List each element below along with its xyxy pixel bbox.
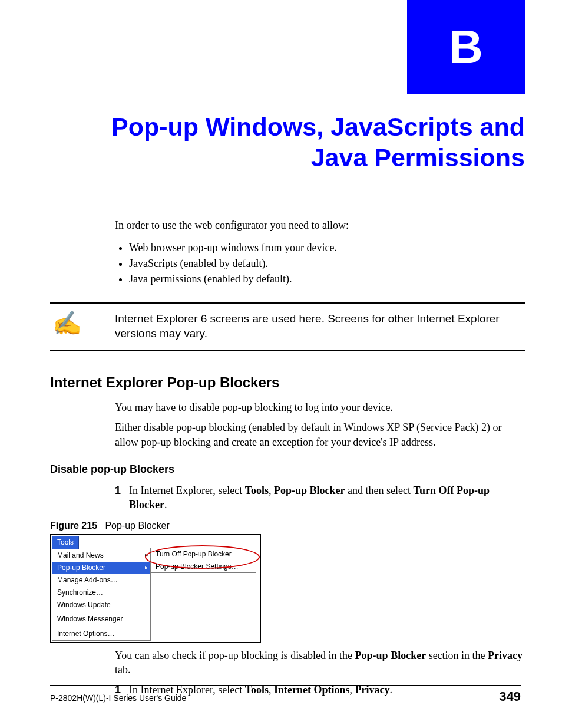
menu-item-messenger[interactable]: Windows Messenger [52,613,150,625]
submenu-arrow-icon: ▸ [145,564,148,572]
appendix-tab: B [407,0,525,94]
bold-term: Pop-up Blocker [274,485,345,496]
menu-item-label: Pop-up Blocker Settings… [156,562,239,571]
text-fragment: tab. [115,664,131,676]
text-fragment: You can also check if pop-up blocking is… [115,650,355,661]
step-text: In Internet Explorer, select Tools, Pop-… [129,483,525,512]
body-text: You may have to disable pop-up blocking … [115,400,525,414]
page-title: Pop-up Windows, JavaScripts and Java Per… [50,112,525,173]
body-text: Either disable pop-up blocking (enabled … [115,420,525,449]
figure-caption: Figure 215 Pop-up Blocker [50,519,525,532]
menu-item-mail[interactable]: Mail and News▸ [52,549,150,562]
appendix-letter: B [449,20,483,74]
bold-term: Privacy [488,650,523,661]
popup-blocker-submenu: Turn Off Pop-up Blocker Pop-up Blocker S… [150,548,256,572]
subsection-heading-disable: Disable pop-up Blockers [50,462,525,476]
menu-item-label: Mail and News [57,551,104,559]
tools-dropdown-menu: Mail and News▸ Pop-up Blocker▸ Manage Ad… [52,549,151,641]
submenu-item-settings[interactable]: Pop-up Blocker Settings… [151,561,256,572]
list-item: Web browser pop-up windows from your dev… [129,241,525,255]
text-fragment: . [164,499,167,510]
menu-item-label: Pop-up Blocker [57,564,105,572]
submenu-arrow-icon: ▸ [145,551,148,559]
bold-term: Tools [245,485,269,496]
text-fragment: section in the [426,650,488,661]
note-text: Internet Explorer 6 screens are used her… [115,312,525,341]
step-number: 1 [115,483,129,512]
page-content: In order to use the web configurator you… [115,218,525,703]
submenu-item-turn-off[interactable]: Turn Off Pop-up Blocker [151,548,256,560]
numbered-step: 1 In Internet Explorer, select Tools, Po… [115,483,525,512]
menu-item-addons[interactable]: Manage Add-ons… [52,574,150,587]
text-fragment: In Internet Explorer, select [129,485,245,496]
figure-title: Pop-up Blocker [105,521,169,531]
menu-item-internet-options[interactable]: Internet Options… [52,628,150,640]
figure-number: Figure 215 [50,521,97,531]
footer-guide-name: P-2802H(W)(L)-I Series User's Guide [50,693,186,703]
page-footer: P-2802H(W)(L)-I Series User's Guide 349 [50,685,521,704]
menu-item-label: Windows Update [57,601,111,609]
list-item: JavaScripts (enabled by default). [129,256,525,271]
tools-menu-tab[interactable]: Tools [52,536,79,548]
note-block: ✍ Internet Explorer 6 screens are used h… [50,302,525,350]
list-item: Java permissions (enabled by default). [129,272,525,286]
menu-item-label: Manage Add-ons… [57,576,118,584]
section-heading-popup-blockers: Internet Explorer Pop-up Blockers [50,373,525,392]
menu-item-label: Internet Options… [57,630,114,638]
body-text: You can also check if pop-up blocking is… [115,648,525,677]
menu-item-label: Turn Off Pop-up Blocker [156,550,232,558]
menu-separator [52,627,150,627]
bold-term: Pop-up Blocker [355,650,427,661]
text-fragment: and then select [345,485,414,496]
menu-separator [52,612,150,612]
menu-item-windows-update[interactable]: Windows Update [52,599,150,611]
menu-item-popup-blocker[interactable]: Pop-up Blocker▸ [52,562,150,574]
requirement-bullets: Web browser pop-up windows from your dev… [129,241,525,286]
text-fragment: , [269,485,274,496]
figure-popup-blocker: Tools Mail and News▸ Pop-up Blocker▸ Man… [50,534,261,643]
menu-item-label: Windows Messenger [57,615,123,623]
footer-page-number: 349 [499,689,521,704]
menu-item-synchronize[interactable]: Synchronize… [52,587,150,599]
note-icon: ✍ [50,312,115,335]
intro-text: In order to use the web configurator you… [115,218,525,232]
menu-item-label: Synchronize… [57,588,103,597]
